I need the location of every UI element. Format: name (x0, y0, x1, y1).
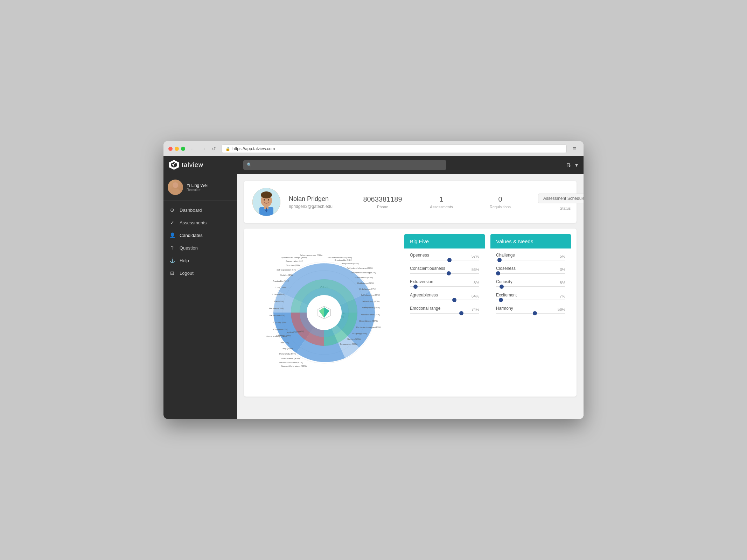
values-needs-header: Values & Needs (490, 234, 571, 248)
metric-slider-thumb[interactable] (447, 258, 452, 262)
svg-text:Excitement-seeking (10%): Excitement-seeking (10%) (356, 326, 381, 328)
question-icon: ? (169, 245, 175, 251)
avatar (168, 180, 183, 195)
search-wrapper: 🔍 (243, 160, 446, 170)
sidebar-nav: ⊙ Dashboard ✓ Assessments 👤 Candidates ?… (163, 201, 237, 419)
metric-slider-track (496, 260, 565, 260)
metric-row-header: Closeness 3% (496, 266, 565, 273)
svg-text:Trust (?%): Trust (?%) (279, 342, 289, 344)
svg-text:Curiosity (8%): Curiosity (8%) (273, 321, 286, 323)
reload-button[interactable]: ↺ (210, 145, 218, 153)
url-text: https://app.talview.com (232, 146, 275, 151)
sidebar-item-candidates[interactable]: 👤 Candidates (163, 229, 237, 241)
metric-slider-thumb[interactable] (447, 271, 451, 275)
metric-row-header: Extraversion 8% (410, 279, 479, 286)
candidates-icon: 👤 (169, 232, 175, 238)
metric-row: Conscientiousness 56% (410, 266, 479, 274)
sidebar-item-assessments[interactable]: ✓ Assessments (163, 216, 237, 229)
logo-icon (169, 160, 179, 170)
candidate-requisitions-stat: 0 Requisitions (479, 195, 521, 209)
sidebar-user-role: Recruiter (187, 188, 208, 192)
metric-row-header: Openness 57% (410, 253, 479, 260)
metric-label: Excitement (496, 293, 517, 298)
svg-text:Cooperation (87%): Cooperation (87%) (340, 343, 357, 345)
metric-value: 56% (558, 307, 565, 312)
svg-text:Outgoing (35%): Outgoing (35%) (352, 332, 367, 335)
metric-slider-track (496, 300, 565, 300)
close-dot[interactable] (168, 147, 173, 151)
status-section: Assessment Scheduled Status (538, 194, 584, 210)
sidebar-item-logout[interactable]: ⊟ Logout (163, 267, 237, 279)
metric-label: Conscientiousness (410, 266, 445, 271)
metric-label: Emotional range (410, 306, 440, 311)
metric-row-header: Excitement 7% (496, 293, 565, 300)
sidebar-item-label: Dashboard (180, 208, 202, 213)
metric-row-header: Challenge 5% (496, 253, 565, 260)
logo-text: talview (182, 161, 203, 169)
top-nav-actions: ⇅ ▾ (566, 162, 578, 168)
candidate-assessments-label: Assessments (430, 205, 453, 209)
menu-button[interactable]: ▾ (575, 162, 578, 168)
logout-icon: ⊟ (169, 270, 175, 276)
values-needs-panel: Values & Needs Challenge 5% Closeness 3%… (490, 234, 571, 391)
metric-slider-thumb[interactable] (533, 311, 537, 315)
values-needs-body: Challenge 5% Closeness 3% Curiosity 8% (490, 248, 571, 323)
metric-slider-thumb[interactable] (452, 298, 456, 302)
avatar-image (168, 180, 183, 195)
minimize-dot[interactable] (175, 147, 179, 151)
svg-text:Dutifulness (80%): Dutifulness (80%) (357, 282, 374, 284)
metric-row: Curiosity 8% (496, 279, 565, 287)
svg-text:Conservation (6%): Conservation (6%) (286, 260, 303, 262)
metric-row: Excitement 7% (496, 293, 565, 300)
sidebar-item-help[interactable]: ⚓ Help (163, 254, 237, 267)
svg-text:Fiery (73%): Fiery (73%) (282, 348, 293, 350)
metric-slider-track (496, 273, 565, 274)
metric-row: Closeness 3% (496, 266, 565, 274)
svg-text:Practicality (70%): Practicality (70%) (273, 280, 289, 282)
metric-slider-thumb[interactable] (500, 285, 504, 289)
svg-text:Authority-challenging (79%): Authority-challenging (79%) (347, 267, 373, 269)
svg-text:Imagination (53%): Imagination (53%) (342, 262, 359, 265)
metric-slider-thumb[interactable] (413, 285, 418, 289)
browser-menu-button[interactable]: ≡ (570, 145, 579, 153)
metric-slider-track (496, 313, 565, 314)
svg-text:Activity level (95%): Activity level (95%) (362, 307, 380, 309)
sidebar-item-label: Logout (180, 271, 194, 276)
svg-text:Adventurousness (29%): Adventurousness (29%) (300, 254, 322, 256)
metric-value: 8% (560, 281, 565, 285)
back-button[interactable]: ← (189, 145, 197, 153)
candidate-card: Nolan Pridgen npridgen3@gatech.edu 80633… (244, 181, 577, 223)
candidate-email: npridgen3@gatech.edu (289, 204, 345, 209)
metric-slider-thumb[interactable] (497, 258, 502, 262)
svg-text:Closeness (3%): Closeness (3%) (273, 328, 288, 330)
big-five-header: Big Five (404, 234, 485, 248)
metric-slider-thumb[interactable] (459, 311, 463, 315)
metric-slider-thumb[interactable] (499, 298, 503, 302)
metric-slider-track (410, 260, 479, 260)
metric-row-header: Agreeableness 64% (410, 293, 479, 300)
forward-button[interactable]: → (199, 145, 208, 153)
svg-point-10 (268, 199, 269, 201)
sidebar-item-label: Help (180, 258, 189, 263)
svg-text:Achievement striving (87%): Achievement striving (87%) (350, 272, 376, 274)
sidebar-item-dashboard[interactable]: ⊙ Dashboard (163, 204, 237, 216)
sidebar-item-question[interactable]: ? Question (163, 241, 237, 254)
svg-text:Emotionality (53%): Emotionality (53%) (335, 259, 352, 261)
metric-value: 3% (560, 267, 565, 272)
browser-dots (168, 147, 185, 151)
svg-text:Self-consciousness (39%): Self-consciousness (39%) (328, 257, 352, 259)
svg-text:Self-expression (5%): Self-expression (5%) (277, 269, 296, 271)
address-bar[interactable]: 🔒 https://app.talview.com (222, 145, 567, 153)
logo-area: talview (169, 160, 239, 170)
maximize-dot[interactable] (181, 147, 185, 151)
search-input[interactable] (243, 160, 446, 170)
svg-text:Self-consciousness (57%): Self-consciousness (57%) (279, 362, 303, 364)
candidate-requisitions-label: Requisitions (490, 205, 511, 209)
sort-button[interactable]: ⇅ (566, 162, 571, 168)
svg-text:Love (59%): Love (59%) (275, 286, 286, 288)
metric-row-header: Conscientiousness 56% (410, 266, 479, 273)
svg-text:Self-efficacy (80%): Self-efficacy (80%) (362, 300, 379, 302)
metric-value: 64% (472, 294, 479, 298)
candidate-name: Nolan Pridgen (289, 195, 345, 203)
metric-slider-thumb[interactable] (496, 271, 500, 275)
